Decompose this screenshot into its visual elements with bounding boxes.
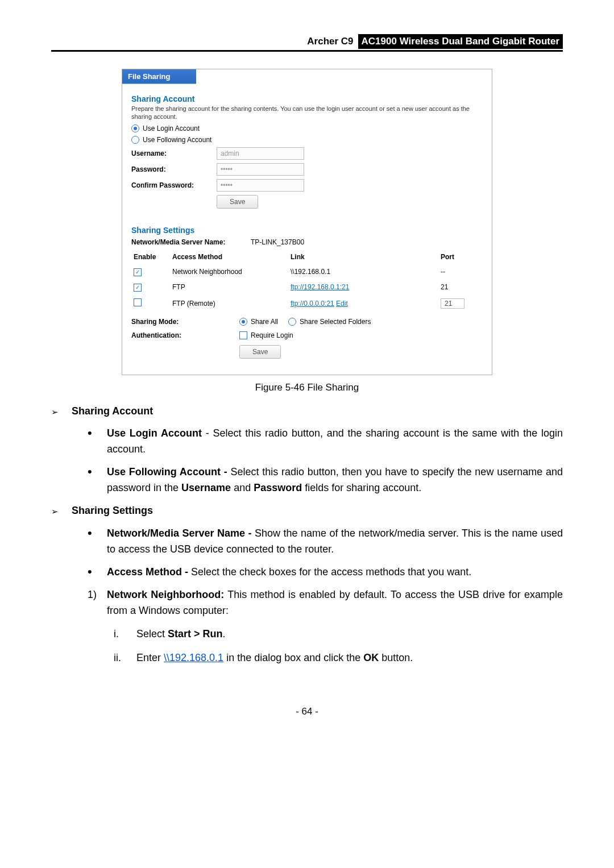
col-method: Access Method — [170, 250, 288, 264]
model-label: Archer C9 — [307, 36, 358, 47]
access-method-cell: FTP — [170, 280, 288, 295]
page-number: - 64 - — [51, 706, 563, 717]
use-login-account-radio[interactable] — [131, 124, 139, 132]
document-body: ➢ Sharing Account • Use Login Account - … — [51, 404, 563, 667]
link-cell: \\192.168.0.1 — [288, 264, 438, 280]
sharing-mode-label: Sharing Mode: — [131, 318, 239, 326]
authentication-label: Authentication: — [131, 331, 239, 339]
table-row: ✓FTPftp://192.168.0.1:2121 — [131, 280, 483, 295]
share-selected-radio[interactable] — [288, 318, 296, 326]
panel-title: File Sharing — [122, 69, 196, 84]
share-selected-label: Share Selected Folders — [300, 318, 371, 326]
password-label: Password: — [131, 165, 217, 173]
sharing-account-desc: Prepare the sharing account for the shar… — [131, 105, 483, 121]
item-use-login-account: Use Login Account - Select this radio bu… — [107, 426, 563, 458]
username-field[interactable]: admin — [217, 147, 304, 160]
section-sharing-settings: Sharing Settings — [72, 503, 563, 519]
bullet-icon: • — [88, 426, 107, 458]
item-server-name: Network/Media Server Name - Show the nam… — [107, 526, 563, 558]
list-number: 1) — [88, 587, 107, 619]
access-link[interactable]: ftp://192.168.0.1:21 — [291, 283, 349, 291]
confirm-password-label: Confirm Password: — [131, 181, 217, 189]
use-following-account-radio[interactable] — [131, 136, 139, 144]
bullet-icon: ➢ — [51, 404, 72, 420]
port-input[interactable]: 21 — [441, 298, 464, 309]
col-link: Link — [288, 250, 438, 264]
product-label: AC1900 Wireless Dual Band Gigabit Router — [358, 34, 563, 49]
confirm-password-field[interactable]: ••••• — [217, 179, 304, 192]
bullet-icon: • — [88, 526, 107, 558]
share-all-radio[interactable] — [239, 318, 247, 326]
section-sharing-account: Sharing Account — [72, 404, 563, 420]
page-header: Archer C9AC1900 Wireless Dual Band Gigab… — [51, 34, 563, 52]
bullet-icon: ➢ — [51, 503, 72, 519]
access-link[interactable]: ftp://0.0.0.0:21 — [291, 300, 334, 308]
access-method-cell: FTP (Remote) — [170, 295, 288, 312]
item-use-following-account: Use Following Account - Select this radi… — [107, 464, 563, 496]
table-row: FTP (Remote)ftp://0.0.0.0:21 Edit21 — [131, 295, 483, 312]
save-settings-button[interactable]: Save — [239, 345, 281, 359]
sharing-account-heading: Sharing Account — [131, 94, 483, 103]
col-enable: Enable — [131, 250, 170, 264]
step-start-run: Select Start > Run. — [136, 626, 563, 642]
enable-checkbox[interactable] — [134, 298, 142, 306]
server-name-label: Network/Media Server Name: — [131, 238, 251, 246]
list-roman: i. — [114, 626, 136, 642]
item-access-method: Access Method - Select the check boxes f… — [107, 564, 563, 580]
share-all-label: Share All — [251, 318, 278, 326]
step-enter-address: Enter \\192.168.0.1 in the dialog box an… — [136, 650, 563, 666]
port-cell: -- — [438, 264, 483, 280]
require-login-checkbox[interactable] — [239, 331, 247, 339]
access-method-table: Enable Access Method Link Port ✓Network … — [131, 250, 483, 312]
list-roman: ii. — [114, 650, 136, 666]
use-following-account-label: Use Following Account — [143, 136, 211, 144]
port-cell: 21 — [438, 295, 483, 312]
bullet-icon: • — [88, 464, 107, 496]
table-row: ✓Network Neighborhood\\192.168.0.1-- — [131, 264, 483, 280]
enable-checkbox[interactable]: ✓ — [134, 268, 142, 276]
use-login-account-label: Use Login Account — [143, 124, 200, 132]
require-login-label: Require Login — [251, 331, 293, 339]
password-field[interactable]: ••••• — [217, 163, 304, 176]
server-name-value: TP-LINK_137B00 — [251, 238, 304, 246]
item-network-neighborhood: Network Neighborhood: This method is ena… — [107, 587, 563, 619]
sharing-settings-heading: Sharing Settings — [131, 226, 483, 235]
port-cell: 21 — [438, 280, 483, 295]
access-method-cell: Network Neighborhood — [170, 264, 288, 280]
save-account-button[interactable]: Save — [217, 195, 258, 209]
username-label: Username: — [131, 149, 217, 157]
enable-checkbox[interactable]: ✓ — [134, 284, 142, 292]
file-sharing-panel: File Sharing Sharing Account Prepare the… — [122, 69, 492, 375]
edit-link[interactable]: Edit — [336, 300, 348, 308]
bullet-icon: • — [88, 564, 107, 580]
link-cell: ftp://192.168.0.1:21 — [288, 280, 438, 295]
unc-link[interactable]: \\192.168.0.1 — [164, 652, 223, 663]
link-cell: ftp://0.0.0.0:21 Edit — [288, 295, 438, 312]
figure-caption: Figure 5-46 File Sharing — [51, 382, 563, 393]
col-port: Port — [438, 250, 483, 264]
